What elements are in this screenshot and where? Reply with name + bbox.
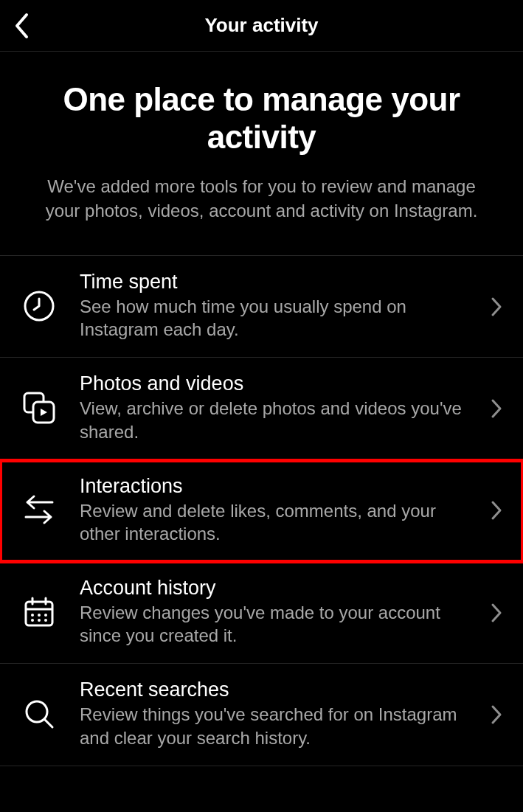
- row-desc: View, archive or delete photos and video…: [80, 397, 473, 443]
- row-title: Recent searches: [80, 679, 473, 701]
- clock-icon: [21, 290, 58, 322]
- row-title: Interactions: [80, 475, 473, 498]
- row-time-spent[interactable]: Time spent See how much time you usually…: [0, 256, 523, 358]
- intro-section: One place to manage your activity We've …: [0, 52, 523, 255]
- search-icon: [21, 698, 58, 730]
- svg-line-14: [45, 720, 52, 727]
- chevron-right-icon: [491, 704, 502, 725]
- row-desc: See how much time you usually spend on I…: [80, 295, 473, 341]
- svg-point-10: [31, 619, 34, 622]
- chevron-right-icon: [491, 500, 502, 521]
- row-text: Account history Review changes you've ma…: [80, 577, 502, 647]
- svg-point-12: [44, 619, 47, 622]
- row-text: Interactions Review and delete likes, co…: [80, 475, 502, 545]
- chevron-right-icon: [491, 603, 502, 623]
- svg-point-7: [31, 614, 34, 617]
- row-interactions[interactable]: Interactions Review and delete likes, co…: [0, 460, 523, 562]
- page-title: Your activity: [0, 14, 523, 37]
- arrows-swap-icon: [21, 493, 58, 526]
- row-text: Photos and videos View, archive or delet…: [80, 372, 502, 443]
- row-desc: Review changes you've made to your accou…: [80, 601, 473, 647]
- back-button[interactable]: [13, 13, 30, 39]
- row-photos-videos[interactable]: Photos and videos View, archive or delet…: [0, 358, 523, 459]
- row-account-history[interactable]: Account history Review changes you've ma…: [0, 562, 523, 664]
- chevron-left-icon: [13, 13, 30, 39]
- chevron-right-icon: [491, 398, 502, 419]
- svg-point-8: [38, 614, 41, 617]
- svg-point-9: [44, 614, 47, 617]
- intro-heading: One place to manage your activity: [33, 81, 490, 156]
- row-recent-searches[interactable]: Recent searches Review things you've sea…: [0, 664, 523, 766]
- svg-point-11: [38, 619, 41, 622]
- header: Your activity: [0, 0, 523, 52]
- row-desc: Review things you've searched for on Ins…: [80, 703, 473, 749]
- activity-list: Time spent See how much time you usually…: [0, 255, 523, 766]
- chevron-right-icon: [491, 296, 502, 317]
- svg-point-13: [27, 701, 47, 722]
- row-title: Photos and videos: [80, 372, 473, 395]
- row-title: Time spent: [80, 271, 473, 294]
- row-text: Recent searches Review things you've sea…: [80, 679, 502, 749]
- row-title: Account history: [80, 577, 473, 600]
- calendar-icon: [21, 596, 58, 628]
- intro-subtext: We've added more tools for you to review…: [33, 175, 490, 223]
- row-desc: Review and delete likes, comments, and y…: [80, 499, 473, 545]
- photos-videos-icon: [21, 391, 58, 425]
- row-text: Time spent See how much time you usually…: [80, 271, 502, 341]
